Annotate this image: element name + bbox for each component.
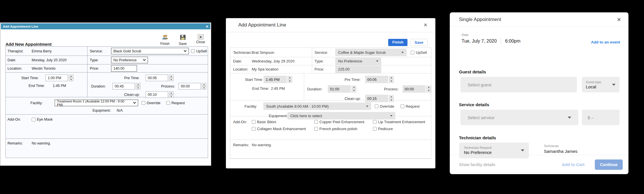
- spin-down-icon[interactable]: [169, 78, 174, 81]
- continue-button[interactable]: Continue: [595, 159, 623, 170]
- guest-type-select[interactable]: Guest type Local: [582, 77, 620, 92]
- guest-details-heading: Guest details: [459, 69, 486, 74]
- spin-up-icon[interactable]: [136, 83, 140, 86]
- type-select[interactable]: No Preference: [335, 58, 381, 65]
- date-value: Wednesday, July 29 2020: [252, 59, 294, 63]
- addon-checkbox[interactable]: Pedicure: [373, 127, 425, 131]
- add-to-cart-button[interactable]: Add to Cart: [562, 162, 584, 167]
- addon-checkbox-box[interactable]: [314, 120, 318, 124]
- spin-up-icon[interactable]: [287, 76, 292, 79]
- process-spinner[interactable]: 00:00: [403, 85, 431, 93]
- upsell-checkbox-box[interactable]: [411, 51, 414, 54]
- spin-up-icon[interactable]: [69, 75, 73, 78]
- request-checkbox-box[interactable]: [401, 104, 404, 108]
- request-checkbox[interactable]: Request: [166, 101, 185, 105]
- spin-up-icon[interactable]: [202, 83, 206, 86]
- addon-checkbox[interactable]: French pedicure polish: [314, 127, 373, 131]
- time-row: Start Time: 1:00 PM End Time: 1:45 PM Pr…: [6, 73, 208, 97]
- equipment-label: Equipment:: [93, 109, 117, 113]
- upsell-label: UpSell: [416, 50, 427, 55]
- override-label: Override: [147, 101, 161, 105]
- pre-time-spinner[interactable]: 00:05: [365, 76, 394, 83]
- spin-down-icon[interactable]: [136, 86, 140, 90]
- pre-time-label: Pre Time:: [344, 77, 365, 82]
- classic-heading: Add New Appointment: [5, 42, 52, 47]
- chevron-down-icon: [133, 101, 136, 104]
- spin-down-icon[interactable]: [389, 80, 394, 83]
- technician-label: Technician: [544, 144, 578, 148]
- addon-checkbox[interactable]: Lip Treatment Enhancement: [373, 120, 425, 124]
- show-facility-details-link[interactable]: Show facility details: [459, 162, 496, 167]
- start-time-spinner[interactable]: 1:45 PM: [264, 76, 292, 83]
- price-input[interactable]: 140.00: [111, 65, 137, 72]
- spin-up-icon[interactable]: [169, 91, 174, 94]
- spin-down-icon[interactable]: [352, 89, 356, 92]
- upsell-label: UpSell: [196, 49, 207, 53]
- type-select[interactable]: No Preference: [111, 57, 148, 63]
- facility-select[interactable]: Treatment Room 1 (Available 12:00 PM - 9…: [55, 100, 138, 106]
- spin-down-icon[interactable]: [69, 78, 73, 81]
- facility-select[interactable]: South (Available 8:00 AM - 10:00 PM): [263, 102, 371, 110]
- addon-item-label: Basic Bikini: [257, 120, 276, 124]
- start-time-spinner[interactable]: 1:00 PM: [45, 75, 73, 81]
- spin-up-icon[interactable]: [389, 95, 394, 98]
- override-checkbox[interactable]: Override: [375, 104, 394, 109]
- service-select[interactable]: Coffee & Maple Sugar Scrub: [335, 49, 407, 56]
- addon-checkbox-box[interactable]: [314, 127, 318, 131]
- upsell-checkbox[interactable]: UpSell: [411, 50, 427, 55]
- addon-checkbox[interactable]: Basic Bikini: [252, 120, 314, 124]
- duration-spinner[interactable]: 00:45: [113, 83, 140, 90]
- addon-checkbox[interactable]: Collagen Mask Enhancement: [252, 127, 314, 131]
- upsell-checkbox-box[interactable]: [191, 49, 195, 53]
- spin-down-icon[interactable]: [202, 86, 206, 90]
- request-checkbox-box[interactable]: [166, 101, 170, 105]
- price-field[interactable]: $ –: [582, 110, 620, 125]
- date-value: Tue, July 7, 2020: [462, 39, 497, 44]
- override-checkbox-box[interactable]: [375, 104, 378, 108]
- duration-spinner[interactable]: 01:00: [328, 85, 356, 93]
- spin-up-icon[interactable]: [352, 86, 356, 89]
- flat-close-icon[interactable]: ×: [424, 22, 427, 28]
- end-time-value: 1:45 PM: [53, 84, 66, 88]
- technician-request-value: No Preference: [464, 150, 492, 155]
- request-checkbox[interactable]: Request: [401, 104, 420, 109]
- request-label: Request: [406, 104, 420, 109]
- service-select[interactable]: Black Gold Scrub: [111, 48, 189, 54]
- close-button[interactable]: × Close: [194, 34, 207, 46]
- addon-checkbox-box[interactable]: [252, 127, 256, 131]
- addon-checkbox-box[interactable]: [252, 120, 256, 124]
- spin-down-icon[interactable]: [426, 89, 431, 92]
- override-checkbox-box[interactable]: [142, 101, 145, 105]
- price-input[interactable]: 225.00: [335, 66, 381, 73]
- addon-checkbox[interactable]: Copper Peel Enhancement: [314, 120, 373, 124]
- addon-label: Add-On:: [233, 120, 252, 124]
- dropdown-arrow-icon: [376, 60, 378, 62]
- technician-service-row: Technician: Brat Simpson Service: Coffee…: [230, 48, 431, 57]
- date-type-row: Date: Monday, July 20 2020 Type: No Pref…: [6, 56, 208, 64]
- cleanup-spinner[interactable]: 00:10: [146, 91, 174, 98]
- addon-checkbox-box[interactable]: [32, 118, 35, 121]
- add-to-event-link[interactable]: Add to an event: [591, 40, 620, 44]
- spin-down-icon[interactable]: [287, 80, 292, 83]
- pre-time-spinner[interactable]: 00:05: [146, 75, 174, 81]
- select-service-select[interactable]: Select service: [460, 110, 578, 125]
- spin-up-icon[interactable]: [389, 76, 394, 79]
- time-value: 6:00pm: [505, 39, 520, 44]
- save-button[interactable]: Save: [176, 34, 189, 46]
- select-guest-input[interactable]: Select guest: [460, 77, 577, 92]
- upsell-checkbox[interactable]: UpSell: [191, 49, 207, 53]
- classic-titlebar-close-icon[interactable]: ×: [206, 24, 208, 28]
- spin-up-icon[interactable]: [169, 75, 174, 78]
- addon-checkbox-box[interactable]: [373, 120, 377, 124]
- addon-checkbox[interactable]: Eye Mask: [32, 117, 53, 121]
- spin-up-icon[interactable]: [426, 86, 431, 89]
- process-spinner[interactable]: 00:00: [178, 83, 206, 90]
- addon-checkbox-box[interactable]: [373, 127, 377, 131]
- finish-button[interactable]: Finish: [388, 39, 407, 46]
- save-button[interactable]: Save: [410, 39, 428, 46]
- material-close-icon[interactable]: ×: [617, 16, 621, 23]
- finish-button[interactable]: Finish: [159, 34, 171, 46]
- override-checkbox[interactable]: Override: [142, 101, 161, 105]
- date-label: Date: [462, 33, 468, 37]
- addon-item-label: Pedicure: [378, 127, 393, 131]
